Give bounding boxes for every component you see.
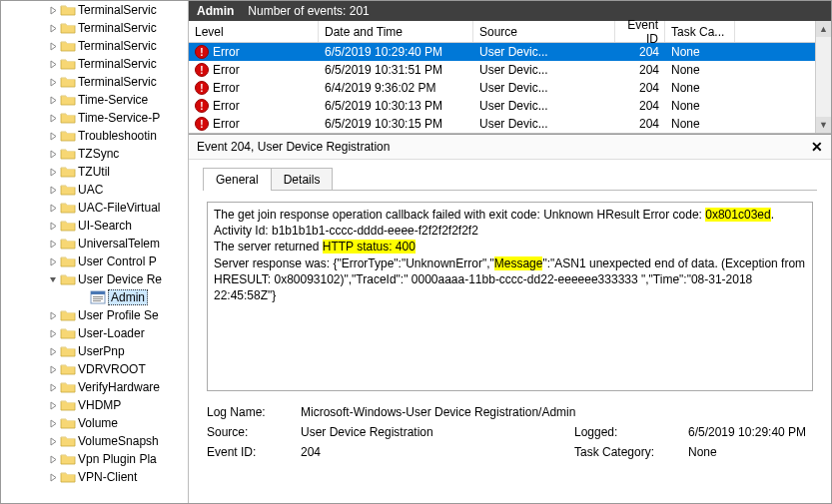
col-date[interactable]: Date and Time xyxy=(319,21,473,42)
chevron-right-icon[interactable] xyxy=(46,311,60,320)
error-icon: ! xyxy=(195,99,209,113)
tree-item[interactable]: VerifyHardware xyxy=(1,378,188,396)
folder-icon xyxy=(60,2,76,18)
chevron-right-icon[interactable] xyxy=(46,96,60,105)
tree-item[interactable]: Time-Service-P xyxy=(1,109,188,127)
chevron-right-icon[interactable] xyxy=(46,204,60,213)
chevron-right-icon[interactable] xyxy=(46,24,60,33)
tree-item[interactable]: VDRVROOT xyxy=(1,360,188,378)
cell-event-id: 204 xyxy=(615,63,665,77)
prop-label: Source: xyxy=(207,425,297,439)
scroll-down-icon[interactable]: ▼ xyxy=(816,117,831,133)
chevron-down-icon[interactable] xyxy=(46,275,60,284)
cell-task: None xyxy=(665,99,735,113)
folder-icon xyxy=(60,20,76,36)
table-row[interactable]: !Error6/5/2019 10:30:15 PMUser Devic...2… xyxy=(189,115,831,133)
cell-date: 6/4/2019 9:36:02 PM xyxy=(319,81,473,95)
chevron-right-icon[interactable] xyxy=(46,365,60,374)
chevron-right-icon[interactable] xyxy=(46,257,60,266)
table-row[interactable]: !Error6/4/2019 9:36:02 PMUser Devic...20… xyxy=(189,79,831,97)
tree-item[interactable]: Volume xyxy=(1,414,188,432)
chevron-right-icon[interactable] xyxy=(46,401,60,410)
table-row[interactable]: !Error6/5/2019 10:29:40 PMUser Devic...2… xyxy=(189,43,831,61)
tree-item[interactable]: TerminalServic xyxy=(1,1,188,19)
col-level[interactable]: Level xyxy=(189,21,319,42)
tree-item[interactable]: UAC xyxy=(1,181,188,199)
cell-date: 6/5/2019 10:30:13 PM xyxy=(319,99,473,113)
chevron-right-icon[interactable] xyxy=(46,150,60,159)
event-properties: Log Name: Microsoft-Windows-User Device … xyxy=(207,405,813,459)
tree-item[interactable]: UserPnp xyxy=(1,342,188,360)
tab-general[interactable]: General xyxy=(203,168,272,191)
chevron-right-icon[interactable] xyxy=(46,222,60,231)
folder-icon xyxy=(60,325,76,341)
tree-item-label: User Profile Se xyxy=(78,308,159,322)
chevron-right-icon[interactable] xyxy=(46,6,60,15)
content-header: Admin Number of events: 201 xyxy=(189,1,831,21)
tree-item[interactable]: User-Loader xyxy=(1,324,188,342)
chevron-right-icon[interactable] xyxy=(46,347,60,356)
chevron-right-icon[interactable] xyxy=(46,329,60,338)
tree-item[interactable]: UniversalTelem xyxy=(1,235,188,252)
prop-value: User Device Registration xyxy=(301,425,570,439)
chevron-right-icon[interactable] xyxy=(46,419,60,428)
scroll-up-icon[interactable]: ▲ xyxy=(816,21,831,37)
chevron-right-icon[interactable] xyxy=(46,186,60,195)
tree-item[interactable]: User Control P xyxy=(1,252,188,270)
tree-item[interactable]: TerminalServic xyxy=(1,37,188,55)
header-title: Admin xyxy=(197,4,234,18)
tree-item[interactable]: TerminalServic xyxy=(1,19,188,37)
prop-label: Logged: xyxy=(574,425,684,439)
chevron-right-icon[interactable] xyxy=(46,60,60,69)
tab-details[interactable]: Details xyxy=(271,168,334,191)
tree-item-label: Admin xyxy=(108,289,148,305)
tree-item-label: VerifyHardware xyxy=(78,380,160,394)
chevron-right-icon[interactable] xyxy=(46,240,60,249)
col-event-id[interactable]: Event ID xyxy=(615,21,665,42)
tree-item-label: TerminalServic xyxy=(78,75,157,89)
message-box: The get join response operation callback… xyxy=(207,202,813,391)
chevron-right-icon[interactable] xyxy=(46,168,60,177)
tree-item-label: TZUtil xyxy=(78,165,110,179)
tree-item[interactable]: VolumeSnapsh xyxy=(1,432,188,450)
tree-item[interactable]: TerminalServic xyxy=(1,55,188,73)
chevron-right-icon[interactable] xyxy=(46,132,60,141)
tree-item[interactable]: TZUtil xyxy=(1,163,188,181)
chevron-right-icon[interactable] xyxy=(46,78,60,87)
tree-view[interactable]: TerminalServicTerminalServicTerminalServ… xyxy=(1,1,189,503)
cell-task: None xyxy=(665,63,735,77)
cell-date: 6/5/2019 10:30:15 PM xyxy=(319,117,473,131)
tree-item[interactable]: Time-Service xyxy=(1,91,188,109)
tree-item[interactable]: Troubleshootin xyxy=(1,127,188,145)
tree-item[interactable]: User Profile Se xyxy=(1,306,188,324)
chevron-right-icon[interactable] xyxy=(46,455,60,464)
folder-icon xyxy=(60,200,76,216)
cell-level: Error xyxy=(213,63,240,77)
col-source[interactable]: Source xyxy=(473,21,615,42)
tree-item[interactable]: UAC-FileVirtual xyxy=(1,199,188,217)
prop-label: Event ID: xyxy=(207,445,297,459)
prop-label: Log Name: xyxy=(207,405,297,419)
tree-item[interactable]: VHDMP xyxy=(1,396,188,414)
tree-item-label: UAC xyxy=(78,183,103,197)
msg-text: Activity Id: b1b1b1b1-cccc-dddd-eeee-f2f… xyxy=(214,224,478,238)
chevron-right-icon[interactable] xyxy=(46,42,60,51)
tree-item[interactable]: Vpn Plugin Pla xyxy=(1,450,188,468)
chevron-right-icon[interactable] xyxy=(46,114,60,123)
tree-item[interactable]: TZSync xyxy=(1,145,188,163)
table-row[interactable]: !Error6/5/2019 10:31:51 PMUser Devic...2… xyxy=(189,61,831,79)
tree-item[interactable]: VPN-Client xyxy=(1,468,188,486)
chevron-right-icon[interactable] xyxy=(46,383,60,392)
tree-item-label: UniversalTelem xyxy=(78,237,160,251)
tree-item-selected[interactable]: Admin xyxy=(1,288,188,306)
close-icon[interactable]: ✕ xyxy=(811,139,823,155)
table-row[interactable]: !Error6/5/2019 10:30:13 PMUser Devic...2… xyxy=(189,97,831,115)
chevron-right-icon[interactable] xyxy=(46,437,60,446)
grid-scrollbar[interactable]: ▲ ▼ xyxy=(815,21,831,133)
chevron-right-icon[interactable] xyxy=(46,473,60,482)
tree-item[interactable]: TerminalServic xyxy=(1,73,188,91)
col-task[interactable]: Task Ca... xyxy=(665,21,735,42)
folder-icon xyxy=(60,451,76,467)
tree-item[interactable]: User Device Re xyxy=(1,270,188,288)
tree-item[interactable]: UI-Search xyxy=(1,217,188,235)
